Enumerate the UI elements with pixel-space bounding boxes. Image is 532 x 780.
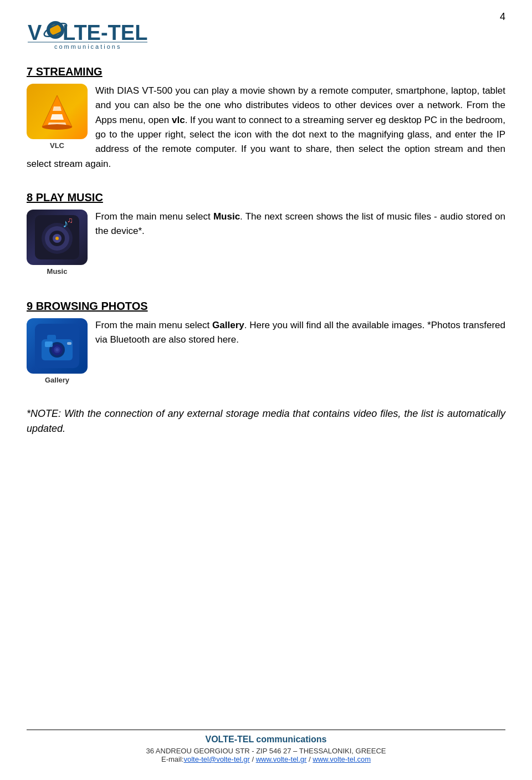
- svg-point-18: [55, 237, 59, 240]
- svg-rect-29: [67, 342, 71, 345]
- svg-text:communications: communications: [54, 43, 121, 50]
- section-8-text: From the main menu select Music. The nex…: [27, 210, 505, 239]
- section-8-bold-music: Music: [213, 211, 240, 222]
- svg-marker-7: [42, 95, 72, 127]
- gallery-icon-box: [27, 318, 88, 374]
- section-8: 8 PLAY MUSIC ♪ ♫: [27, 191, 505, 280]
- gallery-icon-label: Gallery: [27, 376, 88, 384]
- section-8-heading: 8 PLAY MUSIC: [27, 191, 505, 204]
- vlc-icon-container: VLC: [27, 84, 88, 150]
- section-7-heading: 7 STREAMING: [27, 65, 505, 78]
- footer: VOLTE-TEL communications 36 ANDREOU GEOR…: [27, 730, 505, 763]
- footer-website1-link[interactable]: www.volte-tel.gr: [256, 755, 307, 763]
- svg-point-27: [55, 348, 59, 351]
- page-number: 4: [500, 11, 505, 23]
- section-9-text: From the main menu select Gallery. Here …: [27, 318, 505, 348]
- footer-email-link[interactable]: volte-tel@volte-tel.gr: [183, 755, 249, 763]
- gallery-icon-container: Gallery: [27, 318, 88, 384]
- svg-text:LTE-TEL: LTE-TEL: [63, 21, 147, 44]
- footer-address: 36 ANDREOU GEORGIOU STR - ZIP 546 27 – T…: [27, 747, 505, 755]
- note-text: *NOTE: With the connection of any extern…: [27, 408, 505, 434]
- section-9-heading: 9 BROWSING PHOTOS: [27, 300, 505, 313]
- section-9-text-start: From the main menu select: [95, 320, 212, 330]
- section-7: 7 STREAMING: [27, 65, 505, 171]
- section-7-content-area: VLC With DIAS VT-500 you can play a movi…: [27, 84, 505, 171]
- section-9-bold-gallery: Gallery: [212, 320, 244, 330]
- section-7-text: With DIAS VT-500 you can play a movie sh…: [27, 84, 505, 171]
- footer-website2-link[interactable]: www.volte-tel.com: [313, 755, 371, 763]
- note-section: *NOTE: With the connection of any extern…: [27, 406, 505, 436]
- footer-sep2: /: [306, 755, 313, 763]
- svg-rect-28: [45, 341, 53, 347]
- svg-text:V: V: [28, 21, 42, 44]
- footer-contact: E-mail:volte-tel@volte-tel.gr / www.volt…: [27, 755, 505, 763]
- section-9: 9 BROWSING PHOTOS: [27, 300, 505, 389]
- svg-marker-9: [50, 114, 64, 120]
- footer-company: VOLTE-TEL communications: [27, 735, 505, 745]
- section-8-content-area: ♪ ♫ Music From the main menu select Musi…: [27, 210, 505, 280]
- footer-email-label: E-mail:: [161, 755, 183, 763]
- section-8-text-start: From the main menu select: [95, 211, 213, 222]
- svg-point-2: [50, 24, 61, 35]
- music-icon-label: Music: [27, 267, 88, 276]
- page: 4 V LTE-TEL communications 7 STREAMING: [0, 0, 532, 780]
- vlc-icon-label: VLC: [27, 141, 88, 150]
- section-7-bold-vlc: vlc: [172, 115, 185, 125]
- svg-text:♫: ♫: [67, 216, 73, 225]
- section-9-content-area: Gallery From the main menu select Galler…: [27, 318, 505, 389]
- music-icon-box: ♪ ♫: [27, 210, 88, 265]
- logo-area: V LTE-TEL communications: [27, 17, 505, 50]
- music-icon-container: ♪ ♫ Music: [27, 210, 88, 276]
- company-logo: V LTE-TEL communications: [27, 17, 149, 50]
- svg-point-12: [42, 124, 72, 130]
- vlc-icon-box: [27, 84, 88, 139]
- footer-sep1: /: [250, 755, 256, 763]
- svg-rect-23: [47, 335, 56, 340]
- svg-marker-11: [53, 106, 62, 111]
